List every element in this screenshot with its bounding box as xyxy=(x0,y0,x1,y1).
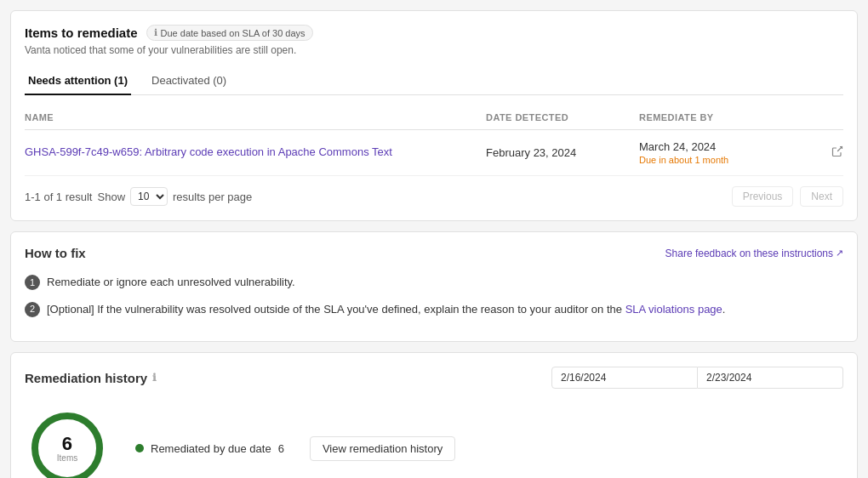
per-page-select[interactable]: 10 25 50 xyxy=(130,187,168,206)
remediation-title-text: Remediation history xyxy=(25,371,147,385)
pagination-row: 1-1 of 1 result Show 10 25 50 results pe… xyxy=(25,186,843,207)
date-detected-cell: February 23, 2024 xyxy=(486,146,639,159)
date-end-input[interactable] xyxy=(698,367,843,389)
step-2-num: 2 xyxy=(25,302,40,317)
step-2-text: [Optional] If the vulnerability was reso… xyxy=(47,301,725,318)
legend-label-0: Remediated by due date xyxy=(151,442,271,455)
step-1-num: 1 xyxy=(25,275,40,290)
feedback-link[interactable]: Share feedback on these instructions ↗ xyxy=(665,248,843,259)
col-remediate-by: REMEDIATE BY xyxy=(639,112,809,122)
donut-center: 6 Items xyxy=(57,435,77,463)
step-1: 1 Remediate or ignore each unresolved vu… xyxy=(25,274,843,291)
legend: Remediated by due date 6 xyxy=(135,442,284,455)
pagination-left: 1-1 of 1 result Show 10 25 50 results pe… xyxy=(25,187,252,206)
remediate-by-cell: March 24, 2024 Due in about 1 month xyxy=(639,140,809,165)
sla-badge: ℹ Due date based on SLA of 30 days xyxy=(146,25,313,41)
items-to-remediate-card: Items to remediate ℹ Due date based on S… xyxy=(10,10,858,221)
previous-button[interactable]: Previous xyxy=(732,186,794,207)
legend-count-0: 6 xyxy=(278,442,284,455)
donut-chart: 6 Items xyxy=(25,406,110,478)
pagination-summary: 1-1 of 1 result xyxy=(25,191,93,203)
sla-badge-text: Due date based on SLA of 30 days xyxy=(161,28,306,38)
view-history-button[interactable]: View remediation history xyxy=(310,436,455,461)
remediate-date: March 24, 2024 xyxy=(639,140,809,153)
how-to-fix-card: How to fix Share feedback on these instr… xyxy=(10,231,858,342)
col-actions xyxy=(809,112,843,122)
remediate-due: Due in about 1 month xyxy=(639,155,809,165)
card-title: Items to remediate xyxy=(25,26,138,40)
table-header: NAME DATE DETECTED REMEDIATE BY xyxy=(25,105,843,130)
external-link-icon[interactable] xyxy=(809,145,843,160)
vuln-name-cell: GHSA-599f-7c49-w659: Arbitrary code exec… xyxy=(25,145,486,160)
how-to-fix-title: How to fix xyxy=(25,246,86,260)
donut-value: 6 xyxy=(57,435,77,453)
tab-needs-attention[interactable]: Needs attention (1) xyxy=(25,67,131,95)
donut-label: Items xyxy=(57,453,77,463)
legend-dot-0 xyxy=(135,444,144,452)
remediation-history-card: Remediation history ℹ 6 Items Remediated… xyxy=(10,352,858,478)
col-date-detected: DATE DETECTED xyxy=(486,112,639,122)
col-name: NAME xyxy=(25,112,486,122)
remediation-content: 6 Items Remediated by due date 6 View re… xyxy=(25,406,843,478)
card-subtitle: Vanta noticed that some of your vulnerab… xyxy=(25,44,843,56)
vuln-link[interactable]: GHSA-599f-7c49-w659: Arbitrary code exec… xyxy=(25,145,392,158)
remediation-info-icon[interactable]: ℹ xyxy=(152,372,157,384)
step-2: 2 [Optional] If the vulnerability was re… xyxy=(25,301,843,318)
card-header: Items to remediate ℹ Due date based on S… xyxy=(25,25,843,41)
date-start-input[interactable] xyxy=(551,367,698,389)
results-label: results per page xyxy=(173,191,252,203)
sla-violations-link[interactable]: SLA violations page xyxy=(625,303,722,316)
how-to-fix-header: How to fix Share feedback on these instr… xyxy=(25,246,843,260)
legend-item-0: Remediated by due date 6 xyxy=(135,442,284,455)
step-1-text: Remediate or ignore each unresolved vuln… xyxy=(47,274,295,291)
remediation-header: Remediation history ℹ xyxy=(25,367,843,389)
next-button[interactable]: Next xyxy=(800,186,843,207)
date-range xyxy=(551,367,843,389)
pagination-right: Previous Next xyxy=(732,186,843,207)
info-icon: ℹ xyxy=(154,27,157,38)
tabs: Needs attention (1) Deactivated (0) xyxy=(25,66,843,95)
external-icon: ↗ xyxy=(836,248,843,259)
table-row: GHSA-599f-7c49-w659: Arbitrary code exec… xyxy=(25,130,843,176)
show-label: Show xyxy=(98,191,126,203)
tab-deactivated[interactable]: Deactivated (0) xyxy=(148,67,230,95)
remediation-title: Remediation history ℹ xyxy=(25,371,157,385)
feedback-link-text: Share feedback on these instructions xyxy=(665,248,833,259)
